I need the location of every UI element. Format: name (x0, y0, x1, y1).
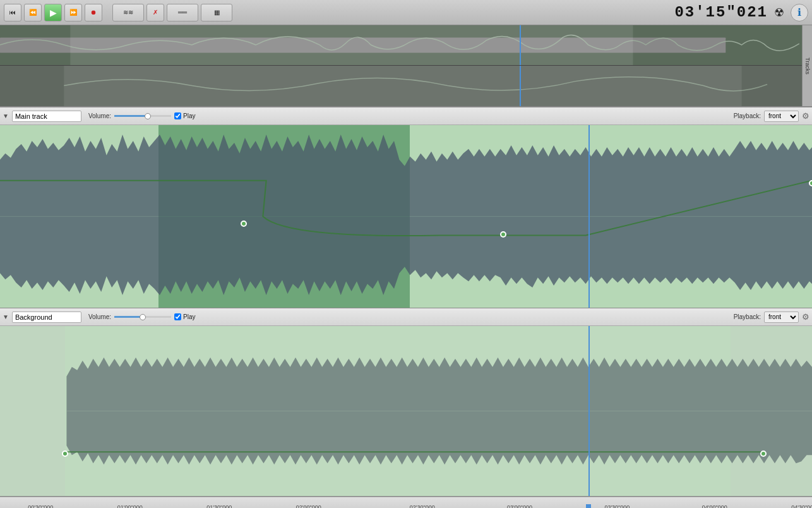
overview-playhead2 (520, 66, 521, 106)
tool-waveform-button[interactable]: ≋≋ (112, 4, 144, 21)
timeline-marker-2: 01'00"000 (117, 504, 143, 508)
main-play-checkbox[interactable] (174, 112, 181, 119)
overview-playhead1 (520, 25, 521, 65)
main-track-content (0, 125, 812, 308)
tracks-side-label: Tracks (802, 25, 812, 106)
nuke-icon: ☢ (770, 4, 788, 21)
bg-automation-point-2[interactable] (760, 451, 767, 457)
bg-settings-icon[interactable]: ⚙ (802, 312, 809, 322)
main-playback-label: Playback: (734, 112, 761, 119)
timeline-marker-8: 04'00"000 (702, 504, 727, 508)
toolbar: ⏮ ⏪ ▶ ⏩ ⏺ ≋≋ ✗ ══ ▦ 03'15"021 ☢ ℹ (0, 0, 812, 25)
automation-point-2[interactable] (500, 231, 506, 238)
bg-volume-slider[interactable] (114, 316, 171, 318)
timecode-display: 03'15"021 (674, 4, 768, 21)
svg-rect-1 (70, 25, 633, 65)
main-volume-label: Volume: (88, 112, 111, 119)
rewind-button[interactable]: ⏮ (4, 4, 21, 21)
svg-rect-2 (64, 66, 741, 106)
bg-play-label: Play (174, 313, 195, 320)
main-track-collapse[interactable]: ▼ (3, 112, 9, 119)
timeline-marker-1: 00'30"000 (28, 504, 53, 508)
main-volume-slider[interactable] (114, 115, 171, 117)
bg-track-collapse[interactable]: ▼ (3, 313, 9, 320)
automation-point-3[interactable] (809, 180, 812, 186)
tool-cut-button[interactable]: ✗ (146, 4, 164, 21)
timeline-marker-3: 01'30"000 (206, 504, 232, 508)
bg-volume-label: Volume: (88, 313, 111, 320)
timeline-marker-5: 02'30"000 (410, 504, 435, 508)
timeline-marker-4: 02'00"000 (296, 504, 321, 508)
timeline-playhead-marker (586, 504, 591, 508)
overview-strip: Tracks (0, 25, 812, 107)
timeline-marker-9: 04'30"000 (791, 504, 812, 508)
back-button[interactable]: ⏪ (24, 4, 42, 21)
main-play-label: Play (174, 112, 195, 119)
bg-track-header: ▼ Volume: Play Playback: frontbackleftri… (0, 308, 812, 326)
bg-track-name[interactable] (12, 311, 81, 323)
timeline-ruler: 00'30"000 01'00"000 01'30"000 02'00"000 … (0, 497, 812, 508)
main-track-name[interactable] (12, 111, 81, 122)
tool-layout-button[interactable]: ▦ (201, 4, 232, 21)
timeline-marker-7: 03'30"000 (604, 504, 630, 508)
main-waveform-svg (0, 125, 812, 308)
bg-waveform-svg (0, 326, 812, 496)
bg-play-checkbox[interactable] (174, 313, 181, 320)
bg-track-content (0, 326, 812, 497)
bg-playhead (588, 326, 590, 496)
timeline-marker-6: 03'00"000 (507, 504, 532, 508)
overview-track2[interactable] (0, 66, 812, 106)
bg-automation-point-1[interactable] (62, 451, 68, 457)
record-button[interactable]: ⏺ (85, 4, 102, 21)
tool-stretch-button[interactable]: ══ (167, 4, 198, 21)
play-button[interactable]: ▶ (44, 4, 62, 21)
automation-point-1[interactable] (241, 221, 247, 227)
bg-playback-label: Playback: (734, 313, 761, 320)
bg-playback-select[interactable]: frontbackleftright (764, 311, 799, 323)
main-track-header: ▼ Volume: Play Playback: frontbackleftri… (0, 107, 812, 125)
main-settings-icon[interactable]: ⚙ (802, 111, 809, 121)
info-icon[interactable]: ℹ (791, 4, 808, 21)
main-playback-select[interactable]: frontbackleftright (764, 111, 799, 122)
main-playhead (588, 125, 590, 308)
overview-track1[interactable] (0, 25, 812, 66)
forward-button[interactable]: ⏩ (64, 4, 82, 21)
